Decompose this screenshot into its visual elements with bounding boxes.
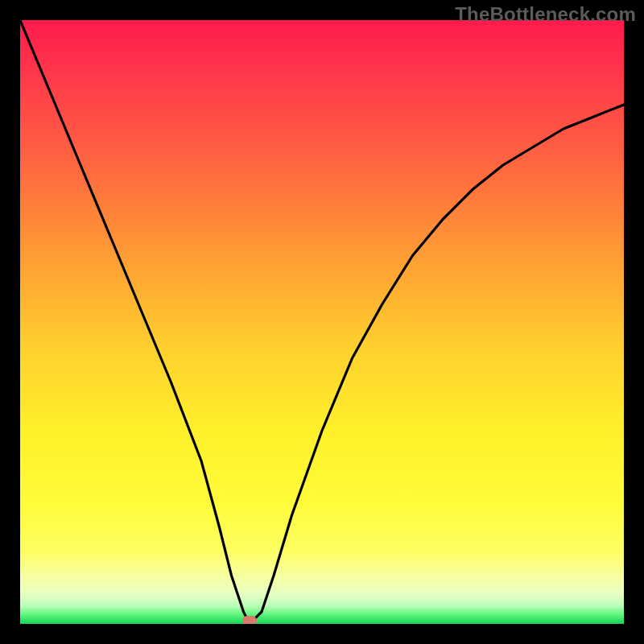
curve-svg [20,20,624,624]
watermark-text: TheBottleneck.com [455,3,636,26]
bottleneck-curve [20,20,624,624]
plot-area [20,20,624,624]
chart-frame: TheBottleneck.com [0,0,644,644]
optimal-point-marker [242,616,257,624]
